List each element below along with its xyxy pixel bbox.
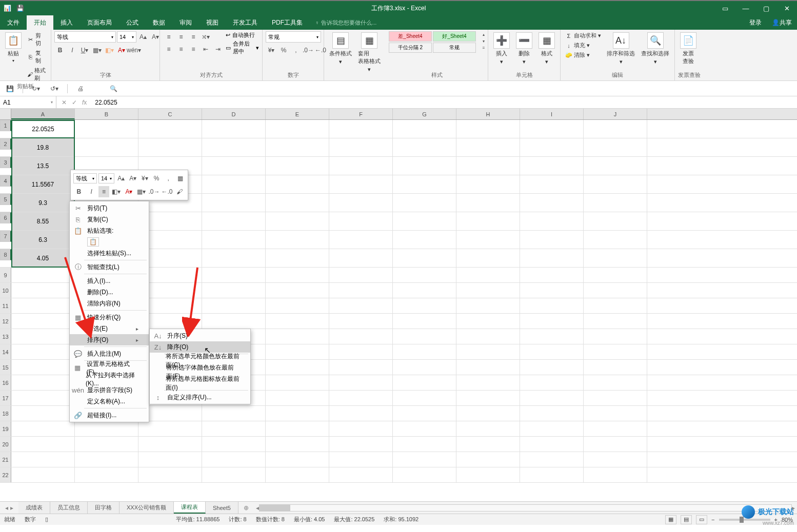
cell[interactable] xyxy=(520,375,584,390)
cell[interactable] xyxy=(202,231,266,249)
ctx-clear[interactable]: 清除内容(N) xyxy=(70,298,149,309)
accounting-format-button[interactable]: ¥▾ xyxy=(266,45,277,56)
sheet-tab-4[interactable]: XXX公司销售额 xyxy=(119,502,174,514)
mini-font-color[interactable]: A▾ xyxy=(124,186,134,197)
row-header[interactable]: 6 xyxy=(0,212,11,223)
cell[interactable] xyxy=(266,231,329,249)
cell[interactable] xyxy=(584,249,647,267)
cell[interactable] xyxy=(584,138,647,156)
sheet-tab-5[interactable]: 课程表 xyxy=(174,502,206,514)
sort-asc[interactable]: A↓升序(S) xyxy=(150,330,250,341)
cell[interactable] xyxy=(456,467,520,482)
cell[interactable] xyxy=(11,283,75,298)
column-header-f[interactable]: F xyxy=(329,109,393,119)
login-link[interactable]: 登录 xyxy=(744,15,767,30)
cell[interactable] xyxy=(520,421,584,436)
pinyin-button[interactable]: wén▾ xyxy=(128,45,140,56)
cell[interactable] xyxy=(520,157,584,175)
cell[interactable] xyxy=(584,231,647,249)
cut-button[interactable]: ✂剪切 xyxy=(26,31,48,48)
cell[interactable] xyxy=(584,314,647,329)
ctx-paste-option-default[interactable]: 📋 xyxy=(70,236,149,248)
qat-preview-icon[interactable]: 🔍 xyxy=(108,83,119,94)
cell[interactable] xyxy=(329,467,393,482)
cell[interactable] xyxy=(202,314,266,329)
row-header[interactable]: 12 xyxy=(0,314,11,329)
cell[interactable] xyxy=(266,194,329,212)
tab-view[interactable]: 视图 xyxy=(199,15,226,30)
cell[interactable] xyxy=(202,249,266,267)
cell[interactable]: 22.0525 xyxy=(11,120,75,138)
column-header-c[interactable]: C xyxy=(138,109,202,119)
ctx-define-name[interactable]: 定义名称(A)... xyxy=(70,396,149,407)
close-button[interactable]: ✕ xyxy=(776,1,797,15)
cell[interactable] xyxy=(266,437,329,452)
cell[interactable] xyxy=(584,194,647,212)
cell[interactable] xyxy=(138,421,202,436)
cell-styles-gallery[interactable]: 差_Sheet4 好_Sheet4 千位分隔 2 常规 xyxy=(389,31,476,53)
row-header[interactable]: 18 xyxy=(0,406,11,421)
cell[interactable] xyxy=(75,138,138,156)
fill-button[interactable]: ↓填充 ▾ xyxy=(564,41,603,50)
font-color-button[interactable]: A▾ xyxy=(116,45,127,56)
cell[interactable] xyxy=(520,467,584,482)
cell[interactable] xyxy=(393,157,456,175)
style-normal[interactable]: 常规 xyxy=(433,43,476,53)
cell[interactable] xyxy=(393,120,456,138)
column-header-a[interactable]: A xyxy=(11,109,75,119)
minimize-button[interactable]: — xyxy=(735,1,756,15)
cell[interactable] xyxy=(520,138,584,156)
ctx-copy[interactable]: ⎘复制(C) xyxy=(70,214,149,225)
cell[interactable] xyxy=(266,120,329,138)
cell[interactable] xyxy=(11,298,75,313)
cell[interactable] xyxy=(584,120,647,138)
row-header[interactable]: 15 xyxy=(0,360,11,375)
cell[interactable] xyxy=(456,344,520,359)
cell[interactable] xyxy=(393,421,456,436)
cell[interactable] xyxy=(11,329,75,344)
decrease-font-icon[interactable]: A▾ xyxy=(150,31,161,43)
name-box[interactable]: A1▾ xyxy=(0,96,56,108)
cell[interactable] xyxy=(266,249,329,267)
mini-shrink-icon[interactable]: A▾ xyxy=(128,173,138,184)
cell[interactable] xyxy=(266,157,329,175)
sheet-tab-1[interactable]: 成绩表 xyxy=(18,502,50,514)
cell[interactable]: 13.5 xyxy=(11,157,75,175)
gallery-more-icon[interactable]: ≡ xyxy=(478,45,489,51)
sort-icon-top[interactable]: 将所选单元格图标放在最前面(I) xyxy=(150,378,250,389)
cell[interactable] xyxy=(456,175,520,193)
row-header[interactable]: 7 xyxy=(0,231,11,242)
increase-indent-button[interactable]: ⇥ xyxy=(212,44,224,55)
paste-button[interactable]: 📋粘贴▾ xyxy=(3,31,24,64)
cell[interactable] xyxy=(11,437,75,452)
cell[interactable] xyxy=(584,437,647,452)
column-header-b[interactable]: B xyxy=(75,109,138,119)
cell[interactable] xyxy=(456,157,520,175)
cell[interactable] xyxy=(202,437,266,452)
fill-color-button[interactable]: ◧▾ xyxy=(104,45,115,56)
cell[interactable] xyxy=(138,452,202,467)
cell[interactable] xyxy=(456,437,520,452)
row-header[interactable]: 1 xyxy=(0,120,11,131)
sheet-prev-icon[interactable]: ◂ xyxy=(5,504,8,511)
sort-filter-button[interactable]: A↓排序和筛选▾ xyxy=(605,31,637,66)
cell[interactable] xyxy=(520,194,584,212)
underline-button[interactable]: U▾ xyxy=(79,45,90,56)
cell[interactable] xyxy=(202,138,266,156)
row-header[interactable]: 22 xyxy=(0,467,11,482)
column-header-h[interactable]: H xyxy=(456,109,520,119)
decrease-indent-button[interactable]: ⇤ xyxy=(200,44,211,55)
cell[interactable] xyxy=(456,452,520,467)
enter-formula-icon[interactable]: ✓ xyxy=(72,99,77,106)
cell[interactable] xyxy=(202,406,266,421)
qat-redo-icon[interactable]: ↻▾ xyxy=(30,83,42,94)
cell[interactable] xyxy=(75,452,138,467)
cell[interactable] xyxy=(456,329,520,344)
align-bottom-button[interactable]: ≡ xyxy=(188,31,199,43)
cell[interactable] xyxy=(75,467,138,482)
ctx-delete[interactable]: 删除(D)... xyxy=(70,287,149,298)
align-right-button[interactable]: ≡ xyxy=(188,44,199,55)
cell[interactable] xyxy=(11,314,75,329)
cell[interactable] xyxy=(329,283,393,298)
align-top-button[interactable]: ≡ xyxy=(163,31,174,43)
